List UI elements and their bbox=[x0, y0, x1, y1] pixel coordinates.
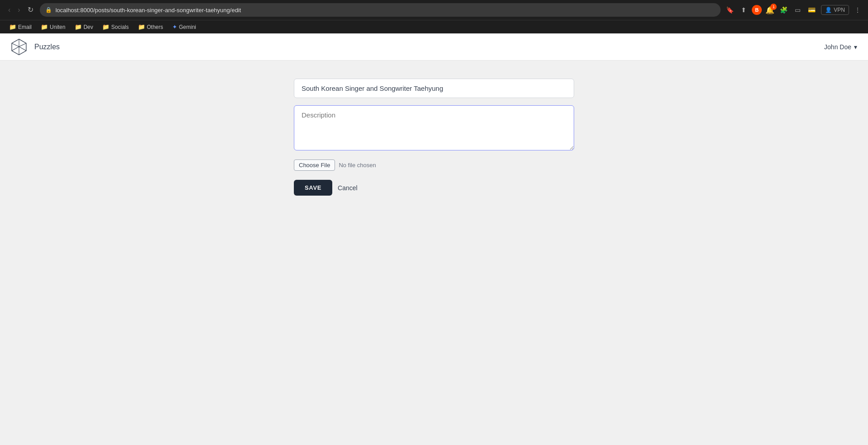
brave-shield-icon[interactable]: B bbox=[752, 5, 762, 15]
bookmark-icon[interactable]: 🔖 bbox=[724, 5, 736, 15]
notification-badge: 1 bbox=[770, 4, 777, 10]
nav-buttons: ‹ › ↻ bbox=[5, 5, 36, 15]
bookmarks-bar: 📁 Email 📁 Uniten 📁 Dev 📁 Socials 📁 Other… bbox=[0, 20, 868, 33]
vpn-button[interactable]: 👤 VPN bbox=[821, 5, 849, 15]
reload-button[interactable]: ↻ bbox=[25, 5, 36, 15]
browser-actions: 🔖 ⬆ B 🔔 1 🧩 ▭ 💳 👤 VPN ⋮ bbox=[724, 5, 863, 15]
url-text: localhost:8000/posts/south-korean-singer… bbox=[56, 7, 716, 14]
bookmark-socials[interactable]: 📁 Socials bbox=[99, 23, 132, 31]
bookmark-uniten[interactable]: 📁 Uniten bbox=[37, 23, 69, 31]
bookmark-dev[interactable]: 📁 Dev bbox=[71, 23, 97, 31]
app-title: Puzzles bbox=[34, 43, 60, 51]
sidebar-icon[interactable]: ▭ bbox=[793, 5, 802, 15]
chevron-down-icon: ▾ bbox=[854, 43, 857, 51]
description-field bbox=[294, 105, 574, 152]
notification-bell[interactable]: 🔔 1 bbox=[765, 6, 774, 14]
edit-form-container: Choose File No file chosen SAVE Cancel bbox=[294, 79, 574, 427]
choose-file-button[interactable]: Choose File bbox=[294, 159, 335, 171]
description-textarea[interactable] bbox=[294, 105, 574, 150]
folder-icon: 📁 bbox=[138, 23, 145, 30]
folder-icon: 📁 bbox=[75, 23, 82, 30]
folder-icon: 📁 bbox=[102, 23, 109, 30]
title-field bbox=[294, 79, 574, 98]
vpn-icon: 👤 bbox=[825, 7, 832, 13]
gemini-icon: ✦ bbox=[172, 23, 177, 30]
address-bar[interactable]: 🔒 localhost:8000/posts/south-korean-sing… bbox=[40, 3, 721, 17]
user-name: John Doe bbox=[824, 43, 851, 51]
user-menu[interactable]: John Doe ▾ bbox=[824, 43, 857, 51]
back-button[interactable]: ‹ bbox=[5, 5, 13, 15]
menu-button[interactable]: ⋮ bbox=[853, 5, 863, 15]
forward-button[interactable]: › bbox=[15, 5, 23, 15]
wallet-icon[interactable]: 💳 bbox=[806, 5, 817, 15]
app-header: Puzzles John Doe ▾ bbox=[0, 33, 868, 61]
share-icon[interactable]: ⬆ bbox=[739, 5, 748, 15]
browser-chrome: ‹ › ↻ 🔒 localhost:8000/posts/south-korea… bbox=[0, 0, 868, 33]
save-button[interactable]: SAVE bbox=[294, 180, 332, 196]
security-icon: 🔒 bbox=[45, 7, 52, 13]
browser-toolbar: ‹ › ↻ 🔒 localhost:8000/posts/south-korea… bbox=[0, 0, 868, 20]
header-left: Puzzles bbox=[11, 39, 60, 55]
folder-icon: 📁 bbox=[41, 23, 48, 30]
title-input[interactable] bbox=[294, 79, 574, 98]
cancel-link[interactable]: Cancel bbox=[338, 184, 358, 192]
logo-svg bbox=[11, 39, 27, 55]
bookmark-email[interactable]: 📁 Email bbox=[5, 23, 35, 31]
bookmark-others[interactable]: 📁 Others bbox=[134, 23, 167, 31]
bookmark-gemini[interactable]: ✦ Gemini bbox=[169, 23, 200, 31]
main-content: Choose File No file chosen SAVE Cancel bbox=[0, 61, 868, 445]
extensions-icon[interactable]: 🧩 bbox=[778, 5, 789, 15]
logo bbox=[11, 39, 27, 55]
folder-icon: 📁 bbox=[9, 23, 16, 30]
file-input-row: Choose File No file chosen bbox=[294, 159, 574, 171]
no-file-text: No file chosen bbox=[339, 162, 376, 169]
form-actions: SAVE Cancel bbox=[294, 180, 574, 196]
